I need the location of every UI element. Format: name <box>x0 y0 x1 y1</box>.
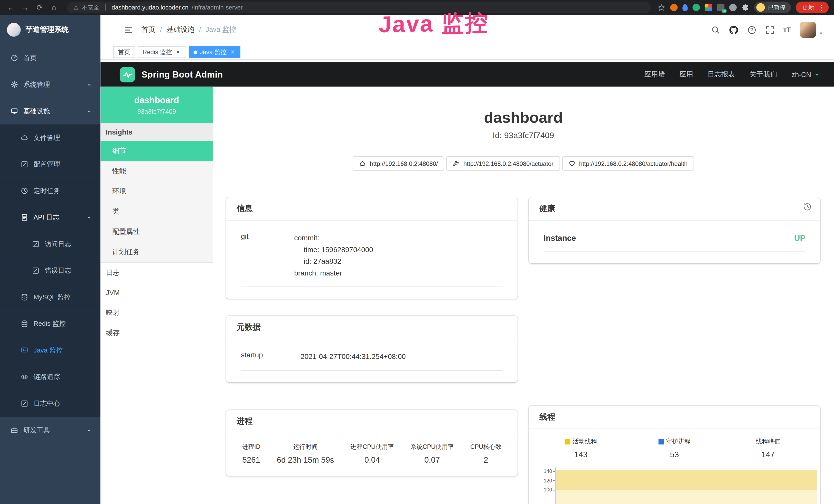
legend-daemon-threads: 守护进程 53 <box>628 437 721 459</box>
breadcrumb-infrastructure[interactable]: 基础设施 <box>167 25 194 35</box>
tab-redis-monitor[interactable]: Redis 监控 × <box>138 46 186 58</box>
sidebar-item-api-logs[interactable]: API 日志 <box>0 204 101 231</box>
browser-menu-icon[interactable]: ⋮ <box>818 4 825 11</box>
browser-reload-icon[interactable]: ⟳ <box>33 3 46 12</box>
sba-menu-classes[interactable]: 类 <box>101 202 213 222</box>
browser-home-icon[interactable]: ⌂ <box>47 3 61 12</box>
sidebar-item-dev-tools[interactable]: 研发工具 <box>0 417 101 444</box>
user-menu-caret-icon[interactable]: ▾ <box>820 30 822 38</box>
live-threads-area-fade <box>556 490 817 504</box>
card-title: 线程 <box>529 406 820 429</box>
card-title: 进程 <box>226 410 518 433</box>
sba-nav-applications[interactable]: 应用 <box>679 70 693 79</box>
sidebar: 芋道管理系统 首页 系统管理 基础设施 文件管理 配置 <box>0 15 101 504</box>
breadcrumb-home[interactable]: 首页 <box>141 25 155 35</box>
extension-icon-2[interactable] <box>682 4 688 11</box>
url-path: /infra/admin-server <box>192 4 243 11</box>
sidebar-item-label: 文件管理 <box>34 133 60 142</box>
sidebar-item-redis-monitor[interactable]: Redis 监控 <box>0 311 101 337</box>
tab-java-monitor[interactable]: Java 监控 × <box>189 46 240 58</box>
sidebar-item-access-logs[interactable]: 访问日志 <box>0 231 101 257</box>
font-size-icon[interactable]: тT <box>784 26 791 33</box>
github-icon[interactable] <box>729 25 738 34</box>
sba-menu-caches[interactable]: 缓存 <box>101 323 213 343</box>
extension-icon-6[interactable] <box>729 4 737 11</box>
instance-name: dashboard <box>106 95 207 105</box>
sidebar-item-infrastructure[interactable]: 基础设施 <box>0 98 101 124</box>
health-url-link[interactable]: http://192.168.0.2:48080/actuator/health <box>562 156 694 171</box>
breadcrumb-current: Java 监控 <box>206 25 236 35</box>
chevron-down-icon <box>86 82 92 88</box>
address-bar[interactable]: ⚠ 不安全 dashboard.yudao.iocoder.cn /infra/… <box>67 2 651 13</box>
browser-back-icon[interactable]: ← <box>4 3 18 12</box>
sba-menu-jvm[interactable]: JVM <box>101 282 213 303</box>
sidebar-item-system-management[interactable]: 系统管理 <box>0 71 101 98</box>
sba-menu-metrics[interactable]: 性能 <box>101 161 213 181</box>
process-card: 进程 进程ID 5261 运行时间 6d 23h 15m 5 <box>226 410 518 476</box>
sba-nav-journal[interactable]: 日志报表 <box>707 70 735 79</box>
service-url-link[interactable]: http://192.168.0.2:48080/ <box>353 156 444 171</box>
tab-label: Java 监控 <box>200 48 227 56</box>
search-icon[interactable] <box>711 25 720 34</box>
sidebar-item-log-center[interactable]: 日志中心 <box>0 390 101 417</box>
bookmark-star-icon[interactable] <box>658 3 665 11</box>
sba-nav-about[interactable]: 关于我们 <box>749 70 777 79</box>
clock-icon <box>21 187 28 194</box>
metadata-value: 2021-04-27T00:44:31.254+08:00 <box>301 351 503 363</box>
close-icon[interactable]: × <box>175 49 181 55</box>
help-icon[interactable] <box>747 25 756 34</box>
sidebar-item-home[interactable]: 首页 <box>0 45 101 71</box>
sidebar-item-file-management[interactable]: 文件管理 <box>0 124 101 151</box>
sba-nav-wallboard[interactable]: 应用墙 <box>644 70 665 79</box>
sba-menu-details[interactable]: 细节 <box>101 141 213 161</box>
sidebar-item-label: 定时任务 <box>34 186 60 196</box>
sidebar-item-label: 链路追踪 <box>34 372 60 382</box>
sidebar-item-error-logs[interactable]: 错误日志 <box>0 257 101 284</box>
close-icon[interactable]: × <box>229 49 236 55</box>
sba-locale-select[interactable]: zh-CN <box>792 70 820 78</box>
extensions-puzzle-icon[interactable] <box>742 3 749 11</box>
main-area: 首页 / 基础设施 / Java 监控 тT ▾ <box>101 15 834 504</box>
extension-icon-5[interactable] <box>717 4 724 11</box>
history-icon[interactable] <box>803 203 812 211</box>
stat-system-cpu: 系统CPU使用率 0.07 <box>411 443 454 464</box>
health-row-instance[interactable]: Instance UP <box>544 226 805 251</box>
sidebar-item-java-monitor[interactable]: Java 监控 <box>0 337 101 364</box>
card-title: 元数据 <box>226 316 518 339</box>
sba-sidebar: dashboard 93a3fc7f7409 Insights 细节 性能 环境… <box>101 87 213 504</box>
sba-menu-environment[interactable]: 环境 <box>101 181 213 202</box>
sidebar-item-scheduled-jobs[interactable]: 定时任务 <box>0 178 101 204</box>
extension-icon-4[interactable] <box>705 4 712 11</box>
breadcrumb: 首页 / 基础设施 / Java 监控 <box>141 25 236 35</box>
browser-update-button[interactable]: 更新 ⋮ <box>796 2 829 13</box>
sba-instance-header[interactable]: dashboard 93a3fc7f7409 <box>101 87 213 123</box>
sba-brand[interactable]: Spring Boot Admin <box>141 69 223 79</box>
hamburger-icon[interactable] <box>124 25 133 34</box>
admin-app: 芋道管理系统 首页 系统管理 基础设施 文件管理 配置 <box>0 15 834 504</box>
tab-home[interactable]: 首页 <box>113 46 135 58</box>
fullscreen-icon[interactable] <box>765 25 774 34</box>
sidebar-item-mysql-monitor[interactable]: MySQL 监控 <box>0 284 101 311</box>
sba-menu-mappings[interactable]: 映射 <box>101 302 213 323</box>
sidebar-item-label: 基础设施 <box>23 107 50 116</box>
sba-menu-config-props[interactable]: 配置属性 <box>101 222 213 242</box>
browser-forward-icon[interactable]: → <box>19 3 32 12</box>
sba-menu-scheduled-tasks[interactable]: 计划任务 <box>101 242 213 262</box>
profile-avatar-icon <box>756 3 765 12</box>
logo-image <box>7 23 21 37</box>
sidebar-logo[interactable]: 芋道管理系统 <box>0 15 101 45</box>
sidebar-item-tracing[interactable]: 链路追踪 <box>0 364 101 390</box>
sba-menu-insights[interactable]: Insights <box>101 123 213 141</box>
sidebar-item-config-management[interactable]: 配置管理 <box>0 151 101 178</box>
extension-icon-3[interactable] <box>693 4 700 11</box>
actuator-url-link[interactable]: http://192.168.0.2:48080/actuator <box>446 156 560 171</box>
sba-menu-logs[interactable]: 日志 <box>101 262 213 282</box>
sidebar-item-label: 错误日志 <box>45 266 71 275</box>
extension-icon-1[interactable] <box>670 4 678 11</box>
gear-icon <box>10 81 18 88</box>
user-avatar[interactable] <box>800 22 816 38</box>
info-line: time: 1596289704000 <box>294 244 503 256</box>
security-warning-icon: ⚠ <box>73 4 79 11</box>
sidebar-item-label: MySQL 监控 <box>34 293 70 302</box>
profile-paused-badge[interactable]: 已暂停 <box>754 2 791 13</box>
